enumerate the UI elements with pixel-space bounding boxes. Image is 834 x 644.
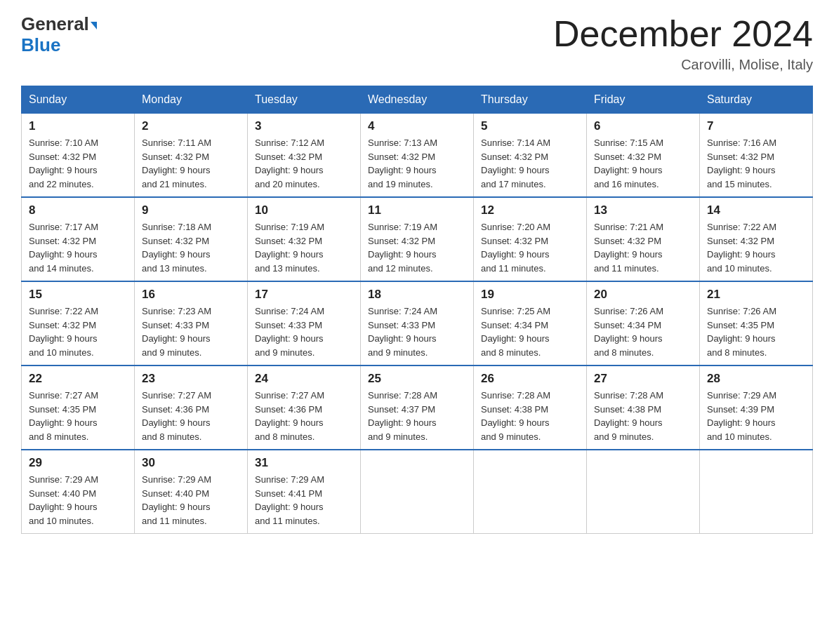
day-info: Sunrise: 7:16 AMSunset: 4:32 PMDaylight:… bbox=[707, 136, 805, 191]
day-info: Sunrise: 7:22 AMSunset: 4:32 PMDaylight:… bbox=[707, 220, 805, 275]
calendar-cell: 31Sunrise: 7:29 AMSunset: 4:41 PMDayligh… bbox=[248, 450, 361, 534]
calendar-cell: 21Sunrise: 7:26 AMSunset: 4:35 PMDayligh… bbox=[700, 281, 813, 365]
weekday-header-tuesday: Tuesday bbox=[248, 86, 361, 114]
calendar-cell: 11Sunrise: 7:19 AMSunset: 4:32 PMDayligh… bbox=[361, 197, 474, 281]
day-number: 15 bbox=[29, 288, 127, 302]
calendar-cell bbox=[474, 450, 587, 534]
day-number: 24 bbox=[255, 372, 353, 386]
day-info: Sunrise: 7:29 AMSunset: 4:40 PMDaylight:… bbox=[29, 473, 127, 528]
calendar-cell: 7Sunrise: 7:16 AMSunset: 4:32 PMDaylight… bbox=[700, 114, 813, 198]
day-number: 17 bbox=[255, 288, 353, 302]
week-row-2: 8Sunrise: 7:17 AMSunset: 4:32 PMDaylight… bbox=[22, 197, 813, 281]
day-number: 9 bbox=[142, 203, 240, 217]
location: Carovilli, Molise, Italy bbox=[553, 57, 813, 73]
weekday-header-thursday: Thursday bbox=[474, 86, 587, 114]
day-number: 22 bbox=[29, 372, 127, 386]
weekday-header-row: SundayMondayTuesdayWednesdayThursdayFrid… bbox=[22, 86, 813, 114]
calendar-cell: 4Sunrise: 7:13 AMSunset: 4:32 PMDaylight… bbox=[361, 114, 474, 198]
calendar-cell: 14Sunrise: 7:22 AMSunset: 4:32 PMDayligh… bbox=[700, 197, 813, 281]
day-info: Sunrise: 7:29 AMSunset: 4:39 PMDaylight:… bbox=[707, 389, 805, 443]
day-info: Sunrise: 7:12 AMSunset: 4:32 PMDaylight:… bbox=[255, 136, 353, 191]
day-number: 25 bbox=[368, 372, 466, 386]
calendar-cell: 27Sunrise: 7:28 AMSunset: 4:38 PMDayligh… bbox=[587, 365, 700, 450]
calendar-cell: 18Sunrise: 7:24 AMSunset: 4:33 PMDayligh… bbox=[361, 281, 474, 365]
weekday-header-saturday: Saturday bbox=[700, 86, 813, 114]
weekday-header-friday: Friday bbox=[587, 86, 700, 114]
day-number: 31 bbox=[255, 456, 353, 470]
calendar-cell: 28Sunrise: 7:29 AMSunset: 4:39 PMDayligh… bbox=[700, 365, 813, 450]
day-info: Sunrise: 7:29 AMSunset: 4:40 PMDaylight:… bbox=[142, 473, 240, 528]
day-number: 10 bbox=[255, 203, 353, 217]
week-row-3: 15Sunrise: 7:22 AMSunset: 4:32 PMDayligh… bbox=[22, 281, 813, 365]
calendar-cell: 12Sunrise: 7:20 AMSunset: 4:32 PMDayligh… bbox=[474, 197, 587, 281]
calendar-cell: 1Sunrise: 7:10 AMSunset: 4:32 PMDaylight… bbox=[22, 114, 135, 198]
page-header: General Blue December 2024 Carovilli, Mo… bbox=[21, 14, 813, 73]
day-number: 2 bbox=[142, 119, 240, 133]
logo: General Blue bbox=[21, 14, 97, 56]
day-info: Sunrise: 7:13 AMSunset: 4:32 PMDaylight:… bbox=[368, 136, 466, 191]
calendar-cell bbox=[361, 450, 474, 534]
day-number: 11 bbox=[368, 203, 466, 217]
day-number: 30 bbox=[142, 456, 240, 470]
day-info: Sunrise: 7:19 AMSunset: 4:32 PMDaylight:… bbox=[255, 220, 353, 275]
weekday-header-sunday: Sunday bbox=[22, 86, 135, 114]
calendar-cell: 24Sunrise: 7:27 AMSunset: 4:36 PMDayligh… bbox=[248, 365, 361, 450]
day-info: Sunrise: 7:27 AMSunset: 4:35 PMDaylight:… bbox=[29, 389, 127, 443]
calendar-cell: 25Sunrise: 7:28 AMSunset: 4:37 PMDayligh… bbox=[361, 365, 474, 450]
calendar-cell: 29Sunrise: 7:29 AMSunset: 4:40 PMDayligh… bbox=[22, 450, 135, 534]
day-info: Sunrise: 7:26 AMSunset: 4:34 PMDaylight:… bbox=[594, 304, 692, 359]
day-number: 14 bbox=[707, 203, 805, 217]
day-info: Sunrise: 7:29 AMSunset: 4:41 PMDaylight:… bbox=[255, 473, 353, 528]
calendar-cell bbox=[587, 450, 700, 534]
calendar-cell: 15Sunrise: 7:22 AMSunset: 4:32 PMDayligh… bbox=[22, 281, 135, 365]
day-number: 26 bbox=[481, 372, 579, 386]
weekday-header-monday: Monday bbox=[135, 86, 248, 114]
day-info: Sunrise: 7:24 AMSunset: 4:33 PMDaylight:… bbox=[255, 304, 353, 359]
calendar-cell: 30Sunrise: 7:29 AMSunset: 4:40 PMDayligh… bbox=[135, 450, 248, 534]
calendar-cell: 2Sunrise: 7:11 AMSunset: 4:32 PMDaylight… bbox=[135, 114, 248, 198]
day-info: Sunrise: 7:14 AMSunset: 4:32 PMDaylight:… bbox=[481, 136, 579, 191]
title-block: December 2024 Carovilli, Molise, Italy bbox=[553, 14, 813, 73]
calendar-cell: 20Sunrise: 7:26 AMSunset: 4:34 PMDayligh… bbox=[587, 281, 700, 365]
day-info: Sunrise: 7:28 AMSunset: 4:38 PMDaylight:… bbox=[594, 389, 692, 443]
day-info: Sunrise: 7:21 AMSunset: 4:32 PMDaylight:… bbox=[594, 220, 692, 275]
day-info: Sunrise: 7:28 AMSunset: 4:37 PMDaylight:… bbox=[368, 389, 466, 443]
day-number: 20 bbox=[594, 288, 692, 302]
calendar-table: SundayMondayTuesdayWednesdayThursdayFrid… bbox=[21, 86, 813, 534]
day-info: Sunrise: 7:27 AMSunset: 4:36 PMDaylight:… bbox=[255, 389, 353, 443]
day-number: 16 bbox=[142, 288, 240, 302]
day-number: 7 bbox=[707, 119, 805, 133]
logo-blue: Blue bbox=[21, 34, 60, 56]
day-number: 28 bbox=[707, 372, 805, 386]
week-row-1: 1Sunrise: 7:10 AMSunset: 4:32 PMDaylight… bbox=[22, 114, 813, 198]
day-number: 8 bbox=[29, 203, 127, 217]
day-info: Sunrise: 7:26 AMSunset: 4:35 PMDaylight:… bbox=[707, 304, 805, 359]
calendar-cell: 19Sunrise: 7:25 AMSunset: 4:34 PMDayligh… bbox=[474, 281, 587, 365]
day-number: 3 bbox=[255, 119, 353, 133]
day-info: Sunrise: 7:23 AMSunset: 4:33 PMDaylight:… bbox=[142, 304, 240, 359]
day-number: 27 bbox=[594, 372, 692, 386]
week-row-5: 29Sunrise: 7:29 AMSunset: 4:40 PMDayligh… bbox=[22, 450, 813, 534]
day-info: Sunrise: 7:28 AMSunset: 4:38 PMDaylight:… bbox=[481, 389, 579, 443]
day-number: 23 bbox=[142, 372, 240, 386]
day-number: 4 bbox=[368, 119, 466, 133]
day-info: Sunrise: 7:24 AMSunset: 4:33 PMDaylight:… bbox=[368, 304, 466, 359]
calendar-cell bbox=[700, 450, 813, 534]
calendar-cell: 23Sunrise: 7:27 AMSunset: 4:36 PMDayligh… bbox=[135, 365, 248, 450]
day-number: 5 bbox=[481, 119, 579, 133]
weekday-header-wednesday: Wednesday bbox=[361, 86, 474, 114]
day-number: 6 bbox=[594, 119, 692, 133]
logo-name: General bbox=[21, 14, 97, 34]
calendar-cell: 10Sunrise: 7:19 AMSunset: 4:32 PMDayligh… bbox=[248, 197, 361, 281]
day-info: Sunrise: 7:10 AMSunset: 4:32 PMDaylight:… bbox=[29, 136, 127, 191]
day-number: 18 bbox=[368, 288, 466, 302]
calendar-cell: 5Sunrise: 7:14 AMSunset: 4:32 PMDaylight… bbox=[474, 114, 587, 198]
day-number: 21 bbox=[707, 288, 805, 302]
calendar-cell: 22Sunrise: 7:27 AMSunset: 4:35 PMDayligh… bbox=[22, 365, 135, 450]
calendar-cell: 13Sunrise: 7:21 AMSunset: 4:32 PMDayligh… bbox=[587, 197, 700, 281]
calendar-cell: 16Sunrise: 7:23 AMSunset: 4:33 PMDayligh… bbox=[135, 281, 248, 365]
calendar-cell: 3Sunrise: 7:12 AMSunset: 4:32 PMDaylight… bbox=[248, 114, 361, 198]
day-info: Sunrise: 7:19 AMSunset: 4:32 PMDaylight:… bbox=[368, 220, 466, 275]
day-info: Sunrise: 7:17 AMSunset: 4:32 PMDaylight:… bbox=[29, 220, 127, 275]
day-info: Sunrise: 7:25 AMSunset: 4:34 PMDaylight:… bbox=[481, 304, 579, 359]
